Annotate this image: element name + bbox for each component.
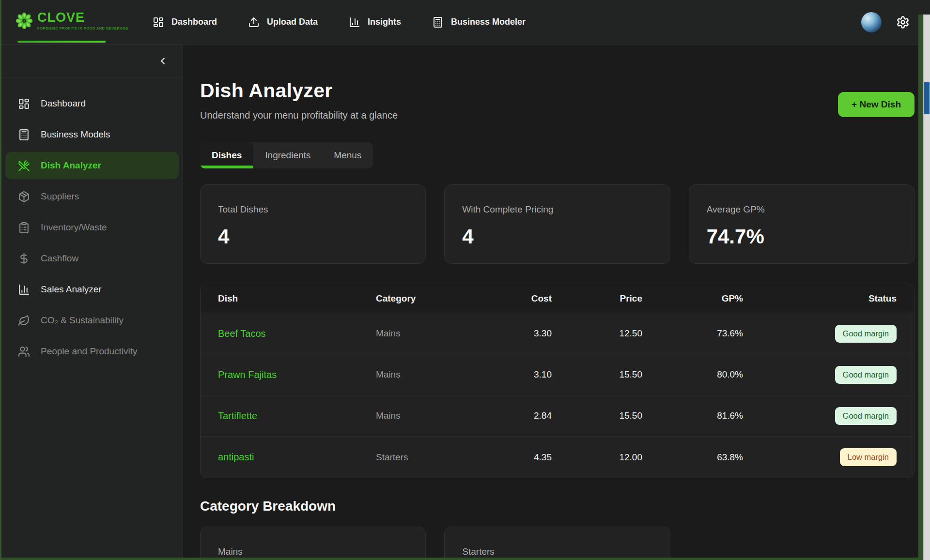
bar-chart-icon: [18, 284, 30, 296]
breakdown-card-starters: Starters: [444, 527, 670, 558]
sidebar-item-dashboard[interactable]: Dashboard: [5, 90, 179, 117]
tab-menus[interactable]: Menus: [322, 142, 373, 168]
logo-active-underline: [17, 41, 106, 43]
page-title: Dish Analyzer: [200, 79, 398, 102]
sidebar-header: [1, 45, 183, 77]
table-row: antipasti Starters 4.35 12.00 63.8% Low …: [201, 437, 914, 478]
sidebar-item-business-models[interactable]: Business Models: [5, 121, 179, 148]
top-nav-menu: Dashboard Upload Data Insights Business …: [153, 16, 526, 28]
tab-ingredients[interactable]: Ingredients: [253, 142, 322, 168]
sidebar-collapse-button[interactable]: [157, 56, 168, 66]
dish-name-link[interactable]: antipasti: [218, 452, 254, 462]
app-tagline: FORENSIC PROFITS IN FOOD AND BEVERAGE: [37, 26, 128, 30]
nav-item-dashboard[interactable]: Dashboard: [153, 16, 217, 28]
sidebar-item-people-productivity[interactable]: People and Productivity: [5, 338, 179, 365]
bar-chart-icon: [349, 16, 360, 28]
upload-icon: [248, 16, 260, 28]
settings-button[interactable]: [896, 15, 910, 29]
nav-item-upload-data[interactable]: Upload Data: [248, 16, 318, 28]
status-badge: Good margin: [835, 325, 897, 343]
status-badge: Low margin: [840, 448, 897, 466]
main-content: Dish Analyzer Understand your menu profi…: [183, 45, 930, 558]
breakdown-label: Mains: [218, 546, 408, 557]
breakdown-card-mains: Mains: [200, 527, 426, 558]
tab-dishes[interactable]: Dishes: [200, 142, 253, 168]
stat-cards: Total Dishes 4 With Complete Pricing 4 A…: [200, 184, 914, 264]
column-header-category: Category: [376, 293, 465, 304]
utensils-crossed-icon: [18, 160, 30, 172]
sidebar-item-suppliers[interactable]: Suppliers: [5, 183, 179, 210]
sidebar-item-label: Business Models: [41, 129, 110, 140]
gp-cell: 63.8%: [642, 452, 743, 463]
sidebar-item-dish-analyzer[interactable]: Dish Analyzer: [5, 152, 179, 179]
cost-cell: 4.35: [465, 452, 552, 463]
table-row: Prawn Fajitas Mains 3.10 15.50 80.0% Goo…: [201, 354, 914, 395]
stat-label: With Complete Pricing: [462, 204, 652, 215]
stat-card-complete-pricing: With Complete Pricing 4: [444, 184, 670, 264]
column-header-status: Status: [743, 293, 897, 304]
stat-card-average-gp: Average GP% 74.7%: [689, 184, 914, 264]
stat-label: Total Dishes: [218, 204, 408, 215]
category-cell: Mains: [376, 369, 465, 380]
status-badge: Good margin: [835, 366, 897, 384]
stat-label: Average GP%: [707, 204, 897, 215]
sidebar-item-co2-sustainability[interactable]: CO₂ & Sustainability: [5, 307, 179, 334]
price-cell: 12.50: [552, 328, 642, 339]
users-icon: [18, 346, 30, 358]
cost-cell: 3.30: [465, 328, 552, 339]
sidebar-item-label: Dish Analyzer: [41, 160, 101, 171]
app-name: CLOVE: [37, 11, 128, 24]
sidebar-item-inventory-waste[interactable]: Inventory/Waste: [5, 214, 179, 241]
cost-cell: 2.84: [465, 410, 552, 421]
calculator-icon: [432, 16, 444, 28]
dish-name-link[interactable]: Beef Tacos: [218, 328, 266, 339]
dollar-icon: [18, 253, 30, 265]
sidebar-item-label: CO₂ & Sustainability: [41, 315, 124, 326]
nav-item-label: Insights: [368, 17, 401, 27]
sidebar-item-label: Cashflow: [41, 253, 78, 264]
column-header-price: Price: [552, 293, 642, 304]
sidebar-item-label: Sales Analyzer: [41, 284, 102, 295]
nav-item-business-modeler[interactable]: Business Modeler: [432, 16, 526, 28]
stat-value: 4: [218, 227, 408, 247]
sidebar-item-label: Inventory/Waste: [41, 222, 107, 233]
gp-cell: 73.6%: [642, 328, 743, 339]
nav-item-insights[interactable]: Insights: [349, 16, 401, 28]
category-cell: Starters: [376, 452, 465, 463]
sidebar-item-cashflow[interactable]: Cashflow: [5, 245, 179, 272]
scrollbar-thumb[interactable]: [924, 82, 930, 114]
leaf-icon: [18, 315, 30, 327]
nav-item-label: Upload Data: [267, 17, 318, 27]
price-cell: 15.50: [552, 410, 642, 421]
cost-cell: 3.10: [465, 369, 552, 380]
new-dish-button[interactable]: + New Dish: [838, 92, 914, 117]
stat-card-total-dishes: Total Dishes 4: [200, 184, 426, 264]
top-navbar: CLOVE FORENSIC PROFITS IN FOOD AND BEVER…: [1, 0, 930, 45]
gp-cell: 80.0%: [642, 369, 743, 380]
scrollbar[interactable]: [923, 15, 930, 560]
category-cell: Mains: [376, 328, 465, 339]
app-logo[interactable]: CLOVE FORENSIC PROFITS IN FOOD AND BEVER…: [16, 0, 128, 44]
price-cell: 15.50: [552, 369, 642, 380]
nav-item-label: Business Modeler: [451, 17, 526, 27]
table-row: Tartiflette Mains 2.84 15.50 81.6% Good …: [201, 395, 914, 437]
category-breakdown-cards: Mains Starters: [200, 527, 914, 558]
dish-name-link[interactable]: Prawn Fajitas: [218, 369, 277, 380]
gp-cell: 81.6%: [642, 410, 743, 421]
user-avatar[interactable]: [861, 12, 882, 32]
column-header-gp: GP%: [642, 293, 743, 304]
category-breakdown-heading: Category Breakdown: [200, 499, 914, 514]
stat-value: 4: [462, 227, 652, 247]
sidebar-menu: Dashboard Business Models Dish Analyzer …: [1, 90, 183, 365]
tab-bar: Dishes Ingredients Menus: [200, 142, 373, 168]
clove-flower-icon: [16, 13, 32, 29]
sidebar-item-sales-analyzer[interactable]: Sales Analyzer: [5, 276, 179, 303]
dashboard-grid-icon: [18, 98, 30, 110]
stat-value: 74.7%: [707, 227, 897, 247]
calculator-icon: [18, 129, 30, 141]
gear-icon: [896, 15, 910, 29]
price-cell: 12.00: [552, 452, 642, 463]
dish-name-link[interactable]: Tartiflette: [218, 410, 257, 421]
dishes-table: Dish Category Cost Price GP% Status Beef…: [200, 284, 914, 478]
column-header-dish: Dish: [218, 293, 376, 304]
